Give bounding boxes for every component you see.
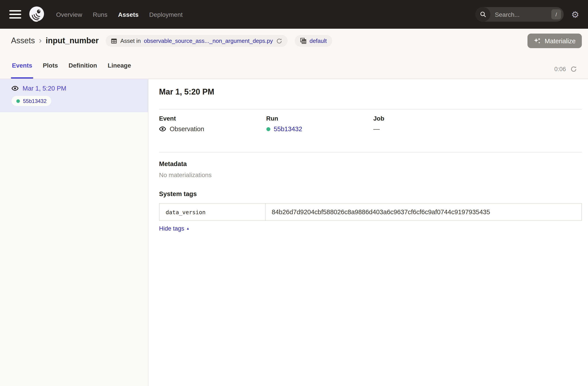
event-list-item-selected[interactable]: Mar 1, 5:20 PM 55b13432: [0, 79, 148, 112]
breadcrumb-assets-link[interactable]: Assets: [11, 36, 35, 45]
run-id-chip[interactable]: 55b13432: [11, 96, 51, 106]
system-tags-heading: System tags: [159, 190, 582, 197]
hamburger-menu-icon[interactable]: [9, 8, 21, 21]
nav-item-overview[interactable]: Overview: [56, 11, 82, 18]
tag-key-cell: data_version: [160, 203, 266, 220]
search-placeholder: Search...: [495, 11, 520, 18]
run-status-dot: [16, 99, 20, 103]
dagster-app: Overview Runs Assets Deployment Search..…: [0, 0, 588, 386]
reload-definitions-icon[interactable]: [276, 38, 282, 44]
tab-events[interactable]: Events: [11, 53, 33, 79]
observation-eye-icon: [11, 85, 19, 92]
gear-icon[interactable]: ⚙: [571, 10, 579, 19]
events-list-panel: Mar 1, 5:20 PM 55b13432: [0, 79, 148, 386]
job-empty-value: —: [373, 125, 380, 132]
asset-location-badge: Asset in observable_source_ass..._non_ar…: [106, 35, 287, 47]
primary-nav: Overview Runs Assets Deployment: [56, 11, 183, 18]
dagster-logo-icon[interactable]: [28, 5, 45, 23]
metadata-empty-text: No materializations: [159, 171, 582, 178]
hide-tags-label: Hide tags: [159, 225, 184, 232]
asset-definition-file-link[interactable]: observable_source_ass..._non_argument_de…: [144, 38, 273, 44]
hide-tags-link[interactable]: Hide tags ▴: [159, 225, 189, 232]
event-detail-title: Mar 1, 5:20 PM: [159, 87, 582, 97]
code-location-icon: [300, 38, 306, 44]
nav-item-assets[interactable]: Assets: [118, 11, 139, 18]
job-column-header: Job: [373, 115, 481, 122]
refresh-countdown: 0:06: [554, 66, 566, 72]
content-area: Mar 1, 5:20 PM 55b13432 Mar 1, 5:20 PM E…: [0, 79, 588, 386]
breadcrumb-separator: ›: [39, 36, 42, 45]
nav-item-runs[interactable]: Runs: [93, 11, 107, 18]
search-shortcut-key: /: [551, 9, 561, 20]
table-grid-icon: [111, 38, 117, 44]
refresh-timer: 0:06: [554, 59, 577, 79]
refresh-icon[interactable]: [570, 66, 577, 72]
event-date-label: Mar 1, 5:20 PM: [22, 85, 66, 92]
asset-location-prefix: Asset in: [120, 38, 141, 44]
top-navigation-bar: Overview Runs Assets Deployment Search..…: [0, 0, 588, 29]
materialize-button[interactable]: Materialize: [527, 34, 582, 48]
event-type-value: Observation: [170, 125, 204, 132]
page-title: input_number: [46, 36, 99, 45]
search-input[interactable]: Search... /: [475, 7, 564, 22]
asset-header-row: Assets › input_number Asset in observabl…: [0, 29, 588, 53]
event-column-header: Event: [159, 115, 266, 122]
sparkles-icon: [534, 37, 541, 45]
run-status-dot: [266, 127, 270, 131]
materialize-label: Materialize: [545, 37, 576, 44]
event-detail-panel: Mar 1, 5:20 PM Event Observation: [148, 79, 588, 386]
tag-value-cell: 84b26d7d9204cbf588026c8a9886d403a6c9637c…: [266, 203, 581, 220]
code-location-link[interactable]: default: [310, 38, 327, 44]
metadata-heading: Metadata: [159, 160, 582, 167]
run-column-header: Run: [266, 115, 373, 122]
chevron-up-icon: ▴: [187, 226, 189, 230]
run-id-link[interactable]: 55b13432: [274, 125, 302, 132]
code-location-badge: default: [294, 35, 332, 47]
observation-eye-icon: [159, 125, 166, 132]
run-id-chip-label: 55b13432: [23, 98, 47, 104]
system-tags-table: data_version 84b26d7d9204cbf588026c8a988…: [159, 203, 582, 221]
tab-plots[interactable]: Plots: [42, 53, 59, 79]
tab-definition[interactable]: Definition: [68, 53, 98, 79]
nav-item-deployment[interactable]: Deployment: [149, 11, 183, 18]
tab-lineage[interactable]: Lineage: [107, 53, 132, 79]
search-icon: [475, 7, 490, 22]
asset-tabs-row: Events Plots Definition Lineage 0:06: [0, 53, 588, 79]
